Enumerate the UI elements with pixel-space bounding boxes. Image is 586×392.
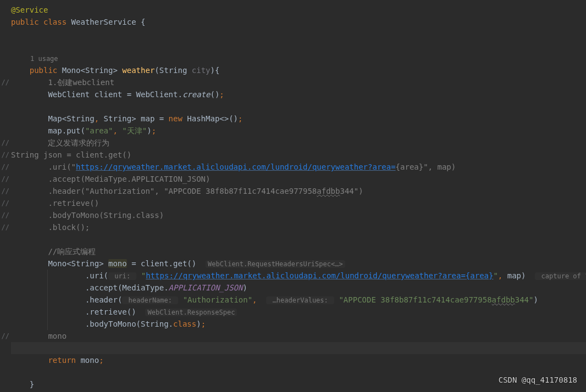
gutter-comment-marker: // xyxy=(0,161,11,173)
code-editor[interactable]: // // // // // // // // // // @Service p… xyxy=(0,0,586,392)
gutter-comment-marker: // xyxy=(0,330,11,342)
keyword-class: class xyxy=(43,18,67,26)
gutter-comment-marker: // xyxy=(0,149,11,161)
static-field: APPLICATION_JSON xyxy=(169,283,243,292)
code-area[interactable]: @Service public class WeatherService { 1… xyxy=(11,0,586,392)
watermark: CSDN @qq_41170818 xyxy=(499,376,577,384)
method-name: weather xyxy=(122,66,154,75)
gutter-comment-marker: // xyxy=(0,137,11,149)
param-name: city xyxy=(192,66,211,75)
inlay-param-hint: …headerValues: xyxy=(266,296,334,304)
comment: //响应式编程 xyxy=(48,247,96,256)
keyword-public: public xyxy=(11,18,39,26)
usage-hint[interactable]: 1 usage xyxy=(11,55,58,63)
inlay-hint: WebClient.ResponseSpec xyxy=(145,309,237,316)
inlay-param-hint: uri: xyxy=(108,272,136,280)
variable-highlight: mono xyxy=(108,259,127,268)
gutter-comment-marker: // xyxy=(0,185,11,197)
current-line[interactable] xyxy=(11,342,586,354)
keyword-return: return xyxy=(48,356,76,365)
keyword-public: public xyxy=(30,66,58,75)
gutter-comment-marker: // xyxy=(0,221,11,233)
annotation: @Service xyxy=(11,5,48,14)
class-name: WeatherService xyxy=(71,18,136,26)
gutter: // // // // // // // // // // xyxy=(0,0,11,392)
inlay-hint: WebClient.RequestHeadersUriSpec<…> xyxy=(206,260,345,268)
gutter-comment-marker: // xyxy=(0,209,11,221)
gutter-comment-marker: // xyxy=(0,197,11,209)
inlay-hint: capture of ? xyxy=(535,272,586,280)
url-comment[interactable]: https://qryweather.market.alicloudapi.co… xyxy=(76,163,396,171)
gutter-comment-marker: // xyxy=(0,76,11,88)
url-string[interactable]: https://qryweather.market.alicloudapi.co… xyxy=(146,271,493,280)
gutter-comment-marker: // xyxy=(0,173,11,185)
inlay-param-hint: headerName: xyxy=(122,296,178,304)
